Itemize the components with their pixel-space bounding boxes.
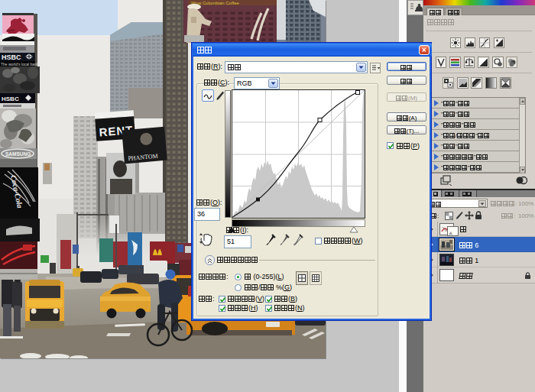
svg-text:HSBC: HSBC bbox=[2, 96, 19, 102]
svg-text:HSBC: HSBC bbox=[2, 53, 21, 61]
svg-text:The world's local bank: The world's local bank bbox=[1, 62, 39, 66]
svg-text:SAMSUNG: SAMSUNG bbox=[5, 151, 31, 157]
